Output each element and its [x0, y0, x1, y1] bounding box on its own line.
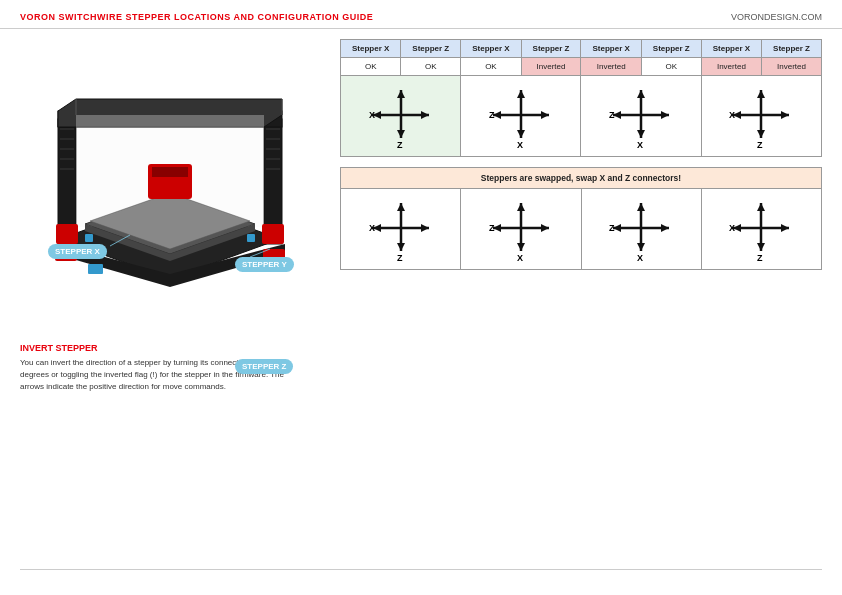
status-8: Inverted — [762, 58, 822, 76]
svg-text:X: X — [637, 253, 643, 263]
svg-marker-36 — [421, 111, 429, 119]
svg-text:Z: Z — [757, 253, 763, 263]
svg-text:X: X — [637, 140, 643, 150]
stepper-x-label: STEPPER X — [48, 244, 107, 259]
config-table-swap: Steppers are swapped, swap X and Z conne… — [340, 167, 822, 270]
svg-rect-16 — [85, 234, 93, 242]
invert-stepper-title: INVERT STEPPER — [20, 343, 320, 353]
col-header-stepper-z-2: Stepper Z — [521, 40, 581, 58]
svg-text:Z: Z — [489, 223, 495, 233]
svg-marker-84 — [661, 224, 669, 232]
svg-text:Z: Z — [397, 140, 403, 150]
diagram-4: X Z — [701, 76, 821, 157]
printer-illustration: STEPPER X STEPPER Y STEPPER Z — [20, 39, 320, 339]
svg-marker-46 — [517, 130, 525, 138]
svg-marker-70 — [397, 243, 405, 251]
svg-marker-61 — [757, 90, 765, 98]
config-table-normal: Stepper X Stepper Z Stepper X Stepper Z … — [340, 39, 822, 157]
diagram-swap-1: X Z — [341, 189, 461, 270]
svg-marker-53 — [637, 90, 645, 98]
svg-marker-69 — [397, 203, 405, 211]
svg-marker-78 — [517, 243, 525, 251]
svg-marker-76 — [541, 224, 549, 232]
svg-rect-10 — [152, 167, 188, 177]
svg-text:Z: Z — [397, 253, 403, 263]
svg-text:Z: Z — [489, 110, 495, 120]
svg-marker-86 — [637, 243, 645, 251]
svg-marker-93 — [757, 203, 765, 211]
svg-marker-37 — [397, 90, 405, 98]
col-header-stepper-z-4: Stepper Z — [762, 40, 822, 58]
status-5: Inverted — [581, 58, 641, 76]
svg-marker-54 — [637, 130, 645, 138]
svg-marker-68 — [421, 224, 429, 232]
status-3: OK — [461, 58, 521, 76]
svg-text:Z: Z — [609, 223, 615, 233]
svg-marker-62 — [757, 130, 765, 138]
svg-marker-85 — [637, 203, 645, 211]
col-header-stepper-x-2: Stepper X — [461, 40, 521, 58]
col-header-stepper-x-4: Stepper X — [701, 40, 761, 58]
svg-text:Z: Z — [757, 140, 763, 150]
svg-rect-11 — [56, 224, 78, 244]
svg-text:X: X — [369, 110, 375, 120]
stepper-z-label: STEPPER Z — [235, 359, 293, 374]
svg-marker-94 — [757, 243, 765, 251]
status-7: Inverted — [701, 58, 761, 76]
col-header-stepper-x-1: Stepper X — [341, 40, 401, 58]
diagram-swap-3: Z X — [581, 189, 701, 270]
svg-rect-18 — [88, 264, 103, 274]
swap-message: Steppers are swapped, swap X and Z conne… — [341, 168, 822, 189]
diagram-swap-2: Z X — [461, 189, 581, 270]
page-title: VORON SWITCHWIRE STEPPER LOCATIONS AND C… — [20, 12, 373, 22]
footer-divider — [20, 569, 822, 570]
status-2: OK — [401, 58, 461, 76]
diagram-swap-4: X Z — [701, 189, 821, 270]
svg-marker-52 — [661, 111, 669, 119]
svg-marker-60 — [781, 111, 789, 119]
svg-text:X: X — [369, 223, 375, 233]
svg-rect-17 — [247, 234, 255, 242]
status-4: Inverted — [521, 58, 581, 76]
col-header-stepper-z-1: Stepper Z — [401, 40, 461, 58]
diagram-2: Z X — [461, 76, 581, 157]
svg-marker-45 — [517, 90, 525, 98]
svg-text:X: X — [729, 110, 735, 120]
svg-marker-38 — [397, 130, 405, 138]
svg-marker-92 — [781, 224, 789, 232]
svg-text:Z: Z — [609, 110, 615, 120]
svg-text:X: X — [729, 223, 735, 233]
stepper-y-label: STEPPER Y — [235, 257, 294, 272]
diagram-3: Z X — [581, 76, 701, 157]
col-header-stepper-z-3: Stepper Z — [641, 40, 701, 58]
svg-marker-44 — [541, 111, 549, 119]
svg-text:X: X — [517, 140, 523, 150]
status-1: OK — [341, 58, 401, 76]
diagram-1: X Z — [341, 76, 461, 157]
col-header-stepper-x-3: Stepper X — [581, 40, 641, 58]
status-6: OK — [641, 58, 701, 76]
website-label: VORONDESIGN.COM — [731, 12, 822, 22]
svg-text:X: X — [517, 253, 523, 263]
svg-marker-77 — [517, 203, 525, 211]
svg-rect-12 — [262, 224, 284, 244]
